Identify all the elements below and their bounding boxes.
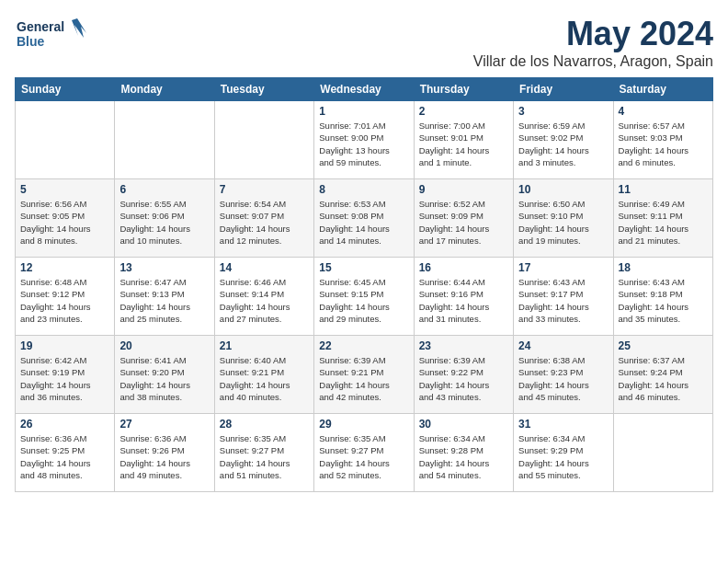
calendar-cell: 27Sunrise: 6:36 AM Sunset: 9:26 PM Dayli… <box>115 414 214 492</box>
calendar-cell: 6Sunrise: 6:55 AM Sunset: 9:06 PM Daylig… <box>115 179 214 258</box>
week-row-5: 26Sunrise: 6:36 AM Sunset: 9:25 PM Dayli… <box>16 414 713 492</box>
day-info: Sunrise: 6:48 AM Sunset: 9:12 PM Dayligh… <box>20 276 109 325</box>
calendar-cell: 25Sunrise: 6:37 AM Sunset: 9:24 PM Dayli… <box>613 336 712 414</box>
calendar-cell: 13Sunrise: 6:47 AM Sunset: 9:13 PM Dayli… <box>115 258 214 336</box>
day-info: Sunrise: 6:54 AM Sunset: 9:07 PM Dayligh… <box>220 198 309 247</box>
calendar-cell: 9Sunrise: 6:52 AM Sunset: 9:09 PM Daylig… <box>414 179 513 258</box>
calendar-cell <box>214 101 313 179</box>
day-info: Sunrise: 6:59 AM Sunset: 9:02 PM Dayligh… <box>518 120 608 168</box>
day-number: 27 <box>119 418 209 431</box>
day-number: 8 <box>319 183 408 196</box>
day-number: 12 <box>20 261 109 274</box>
day-number: 24 <box>518 339 608 352</box>
week-row-3: 12Sunrise: 6:48 AM Sunset: 9:12 PM Dayli… <box>16 258 713 336</box>
day-number: 28 <box>220 418 309 431</box>
day-number: 1 <box>319 105 408 118</box>
calendar-cell: 5Sunrise: 6:56 AM Sunset: 9:05 PM Daylig… <box>16 179 115 258</box>
day-number: 3 <box>518 105 608 118</box>
day-number: 19 <box>20 339 109 352</box>
day-info: Sunrise: 6:43 AM Sunset: 9:17 PM Dayligh… <box>518 276 608 325</box>
day-info: Sunrise: 6:37 AM Sunset: 9:24 PM Dayligh… <box>619 354 708 403</box>
svg-marker-2 <box>72 18 86 38</box>
day-info: Sunrise: 6:47 AM Sunset: 9:13 PM Dayligh… <box>119 276 209 325</box>
day-info: Sunrise: 6:35 AM Sunset: 9:27 PM Dayligh… <box>220 432 309 481</box>
calendar-cell <box>115 101 214 179</box>
day-header-sunday: Sunday <box>16 78 115 101</box>
day-info: Sunrise: 6:36 AM Sunset: 9:26 PM Dayligh… <box>119 432 209 481</box>
calendar-cell: 28Sunrise: 6:35 AM Sunset: 9:27 PM Dayli… <box>214 414 313 492</box>
day-number: 29 <box>319 418 408 431</box>
calendar-cell: 4Sunrise: 6:57 AM Sunset: 9:03 PM Daylig… <box>613 101 712 179</box>
calendar-cell <box>613 414 712 492</box>
svg-text:General: General <box>17 19 64 34</box>
calendar-cell: 22Sunrise: 6:39 AM Sunset: 9:21 PM Dayli… <box>314 336 414 414</box>
calendar-cell: 12Sunrise: 6:48 AM Sunset: 9:12 PM Dayli… <box>16 258 115 336</box>
week-row-2: 5Sunrise: 6:56 AM Sunset: 9:05 PM Daylig… <box>16 179 713 258</box>
day-info: Sunrise: 6:39 AM Sunset: 9:22 PM Dayligh… <box>419 354 508 403</box>
day-info: Sunrise: 6:34 AM Sunset: 9:28 PM Dayligh… <box>419 432 508 481</box>
calendar-cell: 26Sunrise: 6:36 AM Sunset: 9:25 PM Dayli… <box>16 414 115 492</box>
title-area: May 2024 Villar de los Navarros, Aragon,… <box>473 15 713 70</box>
day-header-saturday: Saturday <box>613 78 712 101</box>
day-info: Sunrise: 6:41 AM Sunset: 9:20 PM Dayligh… <box>119 354 209 403</box>
day-info: Sunrise: 7:00 AM Sunset: 9:01 PM Dayligh… <box>419 120 508 168</box>
day-info: Sunrise: 6:50 AM Sunset: 9:10 PM Dayligh… <box>518 198 608 247</box>
calendar-cell: 14Sunrise: 6:46 AM Sunset: 9:14 PM Dayli… <box>214 258 313 336</box>
day-number: 7 <box>220 183 309 196</box>
day-info: Sunrise: 6:44 AM Sunset: 9:16 PM Dayligh… <box>419 276 508 325</box>
day-header-wednesday: Wednesday <box>314 78 414 101</box>
day-number: 4 <box>619 105 708 118</box>
days-header-row: SundayMondayTuesdayWednesdayThursdayFrid… <box>16 78 713 101</box>
calendar-cell: 3Sunrise: 6:59 AM Sunset: 9:02 PM Daylig… <box>514 101 613 179</box>
day-number: 21 <box>220 339 309 352</box>
day-header-thursday: Thursday <box>414 78 513 101</box>
day-number: 26 <box>20 418 109 431</box>
week-row-4: 19Sunrise: 6:42 AM Sunset: 9:19 PM Dayli… <box>16 336 713 414</box>
calendar-cell: 24Sunrise: 6:38 AM Sunset: 9:23 PM Dayli… <box>514 336 613 414</box>
day-number: 5 <box>20 183 109 196</box>
calendar-cell <box>16 101 115 179</box>
calendar-cell: 20Sunrise: 6:41 AM Sunset: 9:20 PM Dayli… <box>115 336 214 414</box>
day-info: Sunrise: 6:35 AM Sunset: 9:27 PM Dayligh… <box>319 432 408 481</box>
day-info: Sunrise: 6:42 AM Sunset: 9:19 PM Dayligh… <box>20 354 109 403</box>
calendar-cell: 29Sunrise: 6:35 AM Sunset: 9:27 PM Dayli… <box>314 414 414 492</box>
day-number: 2 <box>419 105 508 118</box>
calendar-cell: 19Sunrise: 6:42 AM Sunset: 9:19 PM Dayli… <box>16 336 115 414</box>
day-info: Sunrise: 6:45 AM Sunset: 9:15 PM Dayligh… <box>319 276 408 325</box>
calendar-cell: 30Sunrise: 6:34 AM Sunset: 9:28 PM Dayli… <box>414 414 513 492</box>
day-number: 15 <box>319 261 408 274</box>
calendar-cell: 1Sunrise: 7:01 AM Sunset: 9:00 PM Daylig… <box>314 101 414 179</box>
day-number: 11 <box>619 183 708 196</box>
day-number: 9 <box>419 183 508 196</box>
day-info: Sunrise: 6:38 AM Sunset: 9:23 PM Dayligh… <box>518 354 608 403</box>
calendar-cell: 31Sunrise: 6:34 AM Sunset: 9:29 PM Dayli… <box>514 414 613 492</box>
calendar-cell: 7Sunrise: 6:54 AM Sunset: 9:07 PM Daylig… <box>214 179 313 258</box>
day-number: 10 <box>518 183 608 196</box>
day-info: Sunrise: 7:01 AM Sunset: 9:00 PM Dayligh… <box>319 120 408 168</box>
calendar-cell: 18Sunrise: 6:43 AM Sunset: 9:18 PM Dayli… <box>613 258 712 336</box>
day-info: Sunrise: 6:34 AM Sunset: 9:29 PM Dayligh… <box>518 432 608 481</box>
day-number: 6 <box>119 183 209 196</box>
day-number: 13 <box>119 261 209 274</box>
logo: General Blue <box>15 15 88 53</box>
calendar-cell: 16Sunrise: 6:44 AM Sunset: 9:16 PM Dayli… <box>414 258 513 336</box>
day-number: 25 <box>619 339 708 352</box>
day-info: Sunrise: 6:46 AM Sunset: 9:14 PM Dayligh… <box>220 276 309 325</box>
calendar-cell: 23Sunrise: 6:39 AM Sunset: 9:22 PM Dayli… <box>414 336 513 414</box>
day-info: Sunrise: 6:40 AM Sunset: 9:21 PM Dayligh… <box>220 354 309 403</box>
week-row-1: 1Sunrise: 7:01 AM Sunset: 9:00 PM Daylig… <box>16 101 713 179</box>
day-number: 17 <box>518 261 608 274</box>
month-title: May 2024 <box>473 15 713 53</box>
logo-svg: General Blue <box>15 15 88 53</box>
calendar-table: SundayMondayTuesdayWednesdayThursdayFrid… <box>15 77 713 492</box>
day-number: 22 <box>319 339 408 352</box>
calendar-cell: 15Sunrise: 6:45 AM Sunset: 9:15 PM Dayli… <box>314 258 414 336</box>
day-header-monday: Monday <box>115 78 214 101</box>
calendar-cell: 2Sunrise: 7:00 AM Sunset: 9:01 PM Daylig… <box>414 101 513 179</box>
svg-text:Blue: Blue <box>17 34 45 49</box>
calendar-cell: 21Sunrise: 6:40 AM Sunset: 9:21 PM Dayli… <box>214 336 313 414</box>
day-number: 20 <box>119 339 209 352</box>
day-header-friday: Friday <box>514 78 613 101</box>
day-number: 23 <box>419 339 508 352</box>
day-info: Sunrise: 6:39 AM Sunset: 9:21 PM Dayligh… <box>319 354 408 403</box>
